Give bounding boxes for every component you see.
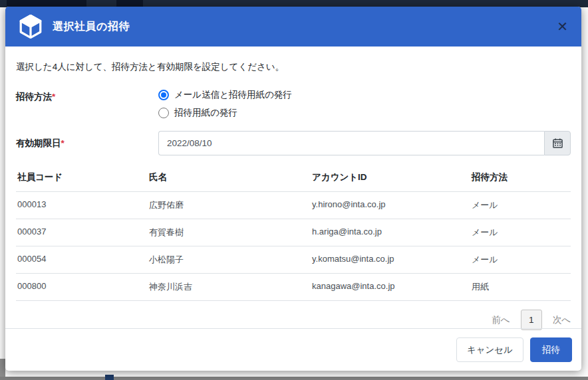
invite-method-label: 招待方法* (16, 89, 158, 119)
col-header-employee-code: 社員コード (16, 167, 148, 191)
cell-name: 神奈川浜吉 (148, 274, 311, 300)
cell-employee-code: 000013 (16, 192, 148, 219)
intro-text: 選択した4人に対して、招待方法と有効期限を設定してください。 (16, 61, 571, 73)
expiry-date-label: 有効期限日* (16, 131, 158, 155)
required-asterisk: * (61, 138, 65, 148)
cell-invite-method: メール (470, 192, 571, 219)
cell-employee-code: 000037 (16, 219, 148, 246)
modal-title: 選択社員の招待 (53, 20, 130, 34)
table-row: 000037 有賀春樹 h.ariga@inta.co.jp メール (16, 219, 571, 246)
cell-account-id: y.hirono@inta.co.jp (311, 192, 470, 219)
expiry-date-control (158, 131, 571, 155)
employee-table: 社員コード 氏名 アカウントID 招待方法 000013 広野佑磨 y.hiro… (16, 167, 571, 301)
modal-body: 選択した4人に対して、招待方法と有効期限を設定してください。 招待方法* メール… (5, 47, 581, 330)
background-artifact (105, 375, 114, 380)
radio-button-icon[interactable] (158, 90, 169, 100)
expiry-date-label-text: 有効期限日 (16, 138, 61, 148)
radio-button-icon[interactable] (158, 108, 169, 118)
pagination-page-1[interactable]: 1 (521, 310, 542, 330)
cancel-button[interactable]: キャンセル (456, 337, 523, 363)
modal-header: 選択社員の招待 ✕ (5, 7, 581, 47)
modal-footer: キャンセル 招待 (5, 328, 581, 371)
expiry-date-input[interactable] (158, 131, 544, 155)
radio-paper-only[interactable]: 招待用紙の発行 (158, 107, 571, 119)
cell-employee-code: 000800 (16, 274, 148, 300)
invite-method-label-text: 招待方法 (16, 92, 52, 102)
invite-button[interactable]: 招待 (530, 337, 572, 363)
col-header-invite-method: 招待方法 (470, 167, 571, 191)
cell-invite-method: メール (470, 246, 571, 273)
col-header-name: 氏名 (148, 167, 311, 191)
cube-icon (19, 15, 43, 39)
cell-account-id: h.ariga@inta.co.jp (311, 219, 470, 246)
cell-invite-method: メール (470, 219, 571, 246)
cell-name: 有賀春樹 (148, 219, 311, 246)
pagination-prev[interactable]: 前へ (492, 314, 510, 326)
cell-invite-method: 用紙 (470, 274, 571, 300)
calendar-button[interactable] (544, 131, 571, 155)
pagination-next[interactable]: 次へ (553, 314, 571, 326)
pagination: 前へ 1 次へ (16, 310, 571, 330)
cell-account-id: y.komatsu@inta.co.jp (311, 246, 470, 273)
table-body: 000013 広野佑磨 y.hirono@inta.co.jp メール 0000… (16, 191, 571, 301)
table-row: 000013 広野佑磨 y.hirono@inta.co.jp メール (16, 191, 571, 219)
close-icon[interactable]: ✕ (557, 20, 568, 33)
cell-name: 広野佑磨 (148, 192, 311, 219)
radio-label: メール送信と招待用紙の発行 (174, 89, 292, 101)
invite-method-row: 招待方法* メール送信と招待用紙の発行 招待用紙の発行 (16, 89, 571, 119)
col-header-account-id: アカウントID (311, 167, 470, 191)
radio-mail-and-paper[interactable]: メール送信と招待用紙の発行 (158, 89, 571, 101)
expiry-date-row: 有効期限日* (16, 131, 571, 155)
radio-label: 招待用紙の発行 (174, 107, 237, 119)
background-page-edge (0, 359, 5, 377)
date-input-group (158, 131, 571, 155)
calendar-icon (553, 138, 563, 148)
cell-name: 小松陽子 (148, 246, 311, 273)
cell-account-id: kanagawa@inta.co.jp (311, 274, 470, 300)
table-row: 000054 小松陽子 y.komatsu@inta.co.jp メール (16, 246, 571, 273)
invite-method-options: メール送信と招待用紙の発行 招待用紙の発行 (158, 89, 571, 119)
table-row: 000800 神奈川浜吉 kanagawa@inta.co.jp 用紙 (16, 273, 571, 301)
invite-modal: 選択社員の招待 ✕ 選択した4人に対して、招待方法と有効期限を設定してください。… (5, 7, 581, 371)
required-asterisk: * (52, 92, 55, 102)
cell-employee-code: 000054 (16, 246, 148, 273)
background-page-edge (0, 377, 588, 380)
table-header: 社員コード 氏名 アカウントID 招待方法 (16, 167, 571, 191)
